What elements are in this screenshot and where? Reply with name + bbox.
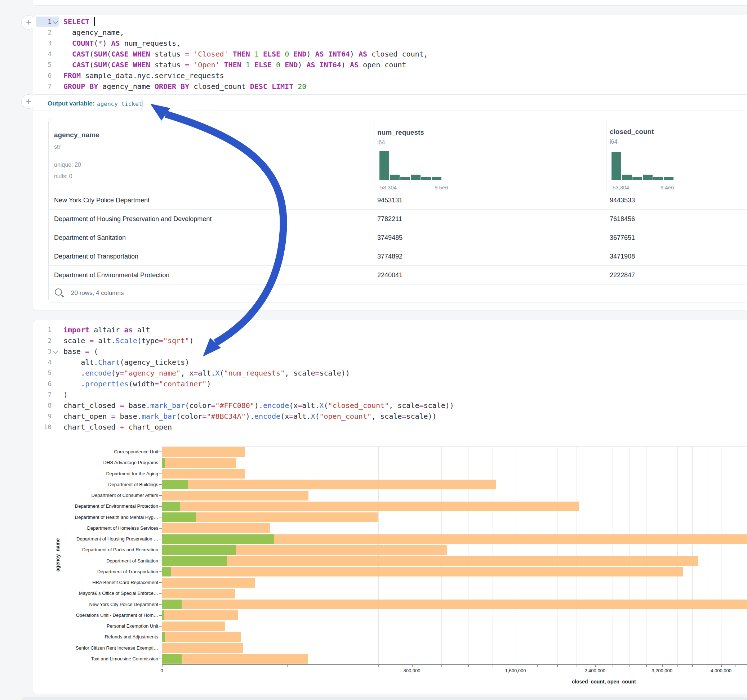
bar-closed_count [162, 480, 496, 489]
altair-chart: Correspondence UnitDHS Advantage Program… [0, 0, 747, 700]
gridline [595, 447, 595, 664]
gridline [468, 447, 469, 664]
bar-closed_count [162, 654, 308, 664]
y-axis-label: Personal Exemption Unit [47, 623, 158, 629]
y-axis-label: Department of Environmental Protection [47, 503, 158, 509]
y-axis-label: Operations Unit - Department of Hom… [47, 612, 158, 618]
bar-closed_count [162, 469, 245, 478]
gridline [537, 447, 537, 664]
x-axis-title: closed_count, open_count [561, 679, 647, 685]
y-axis-label: Senior Citizen Rent Increase Exempti… [47, 645, 158, 651]
bar-closed_count [162, 567, 683, 576]
y-tick [159, 582, 162, 583]
bar-closed_count [162, 599, 747, 609]
y-axis-label: Mayorâ€ s Office of Special Enforce… [47, 591, 158, 596]
y-tick [159, 484, 162, 485]
y-tick [159, 506, 162, 507]
bar-closed_count [162, 610, 238, 620]
gridline [721, 447, 721, 664]
y-axis-title: agency_name [55, 533, 60, 576]
y-axis-label: HRA Benefit Card Replacement [47, 580, 158, 585]
y-tick [159, 550, 162, 551]
bar-open_count [162, 458, 165, 468]
gridline [442, 447, 442, 664]
y-tick [159, 517, 162, 518]
y-tick [159, 463, 162, 463]
bar-open_count [162, 599, 181, 609]
y-tick [159, 615, 162, 616]
y-tick [159, 659, 162, 659]
gridline [692, 447, 693, 664]
y-axis-label: Department of Housing Preservation … [47, 536, 158, 542]
bar-open_count [162, 534, 274, 544]
gridline [646, 447, 646, 664]
bar-open_count [162, 654, 181, 664]
y-axis-label: Department of Transportation [47, 569, 158, 574]
y-axis-label: Department of Sanitation [47, 558, 158, 564]
x-tick-label: 1,600,000 [490, 668, 541, 673]
y-tick [159, 593, 162, 594]
gridline [735, 447, 735, 664]
y-tick [159, 561, 162, 561]
y-axis-label: DHS Advantage Programs [47, 460, 158, 465]
next-cell-partial [22, 697, 747, 700]
bar-closed_count [162, 556, 698, 566]
gridline [557, 447, 558, 664]
gridline [662, 447, 662, 664]
bar-open_count [162, 480, 188, 489]
gridline [612, 447, 613, 664]
gridline [412, 447, 412, 664]
y-axis-label: Department of Parks and Recreation [47, 547, 158, 552]
y-tick [159, 495, 162, 496]
y-tick [159, 626, 162, 626]
bar-closed_count [162, 523, 270, 533]
gridline [576, 447, 577, 664]
bar-closed_count [162, 589, 235, 599]
bar-open_count [162, 512, 196, 522]
x-axis-line [162, 664, 747, 665]
x-tick-label: 2,400,000 [570, 668, 620, 673]
bar-open_count [162, 610, 164, 620]
bar-open_count [162, 545, 236, 555]
y-axis-label: Department of Buildings [47, 482, 158, 487]
gridline [287, 447, 287, 664]
y-tick [159, 604, 162, 605]
notebook-page: { "ui": { "add_cell_label": "+", "output… [0, 0, 747, 700]
y-axis-label: Correspondence Unit [47, 449, 158, 454]
y-axis-label: Refunds and Adjustments [47, 634, 158, 640]
gridline [378, 447, 379, 664]
x-tick-label: 800,000 [387, 668, 437, 673]
bar-closed_count [162, 447, 245, 457]
bar-closed_count [162, 491, 308, 501]
gridline [629, 447, 630, 664]
gridline [339, 447, 339, 664]
x-tick-label: 3,200,000 [637, 668, 687, 673]
bar-closed_count [162, 622, 225, 631]
y-tick [159, 637, 162, 638]
plot-view-border [162, 447, 747, 664]
bar-closed_count [162, 578, 255, 588]
gridline [677, 447, 678, 664]
gridline [516, 447, 516, 664]
bar-open_count [162, 556, 227, 566]
bar-closed_count [162, 502, 579, 511]
y-tick [159, 572, 162, 572]
y-tick [159, 539, 162, 539]
x-tick-label: 4,000,000 [696, 668, 746, 673]
bar-open_count [162, 632, 165, 642]
y-axis-label: Department of Homeless Services [47, 525, 158, 531]
y-tick [159, 474, 162, 474]
y-tick [159, 648, 162, 649]
gridline [493, 447, 493, 664]
y-axis-label: Department of Consumer Affairs [47, 493, 158, 498]
y-tick [159, 451, 162, 452]
y-axis-label: Department of Health and Mental Hyg… [47, 514, 158, 520]
x-tick-label: 0 [136, 668, 187, 673]
bar-closed_count [162, 458, 236, 468]
bar-open_count [162, 567, 171, 576]
y-tick [159, 528, 162, 529]
bar-open_count [162, 502, 180, 511]
bar-closed_count [162, 643, 243, 653]
y-axis-label: Taxi and Limousine Commission [47, 656, 158, 661]
y-axis-label: Department for the Aging [47, 471, 158, 477]
